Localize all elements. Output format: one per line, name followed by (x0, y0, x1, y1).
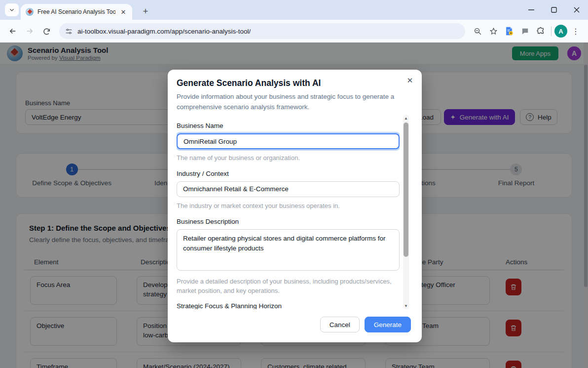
scroll-down-icon[interactable]: ▼ (403, 302, 409, 309)
industry-label: Industry / Context (177, 170, 400, 177)
forward-button[interactable] (22, 23, 37, 39)
reload-button[interactable] (38, 23, 54, 39)
tab-strip: Free AI Scenario Analysis Tool - ✕ + (0, 0, 588, 20)
site-info-icon[interactable] (65, 28, 73, 35)
bookmark-star-icon[interactable] (486, 24, 501, 39)
browser-menu-kebab-icon[interactable]: ⋮ (568, 24, 583, 39)
back-button[interactable] (5, 23, 21, 39)
modal-scrollbar-thumb[interactable] (404, 123, 408, 257)
web-page: Scenario Analysis Tool Powered by Visual… (0, 42, 588, 368)
strategic-focus-label: Strategic Focus & Planning Horizon (177, 302, 400, 309)
site-favicon-icon (26, 8, 34, 16)
generate-button[interactable]: Generate (365, 317, 411, 332)
business-name-label: Business Name (177, 122, 400, 129)
tab-title: Free AI Scenario Analysis Tool - (37, 8, 115, 15)
extension-doc-download-icon[interactable] (502, 24, 516, 39)
modal-footer: Cancel Generate (320, 317, 411, 332)
new-tab-button[interactable]: + (139, 5, 152, 18)
url-bar[interactable]: ai-toolbox.visual-paradigm.com/app/scena… (59, 23, 465, 39)
modal-scrollbar[interactable]: ▲ ▼ (403, 115, 409, 309)
modal-title: Generate Scenario Analysis with AI (177, 78, 321, 88)
modal-description: Provide information about your business … (177, 92, 399, 113)
modal-form: Business Name The name of your business … (177, 115, 400, 309)
industry-input[interactable] (177, 181, 400, 197)
business-description-textarea[interactable]: Retailer operating physical stores and d… (177, 229, 400, 271)
tab-close-icon[interactable]: ✕ (119, 8, 127, 16)
business-description-helper: Provide a detailed description of your b… (177, 277, 400, 296)
chevron-down-icon (9, 7, 15, 13)
generate-ai-modal: ✕ Generate Scenario Analysis with AI Pro… (168, 70, 422, 342)
cancel-button[interactable]: Cancel (320, 317, 360, 332)
maximize-button[interactable] (543, 0, 565, 20)
browser-window: Free AI Scenario Analysis Tool - ✕ + ai-… (0, 0, 588, 368)
comment-bubble-icon[interactable] (517, 24, 532, 39)
browser-toolbar: ai-toolbox.visual-paradigm.com/app/scena… (0, 20, 588, 42)
minimize-button[interactable] (520, 0, 543, 20)
modal-close-icon[interactable]: ✕ (405, 76, 415, 85)
browser-profile-avatar[interactable]: A (554, 25, 567, 38)
toolbar-divider (551, 26, 551, 36)
tab-search-button[interactable] (5, 3, 19, 16)
business-name-helper: The name of your business or organizatio… (177, 154, 400, 163)
zoom-indicator-icon[interactable] (470, 24, 485, 39)
industry-helper: The industry or market context your busi… (177, 202, 400, 211)
business-name-input[interactable] (177, 133, 400, 149)
business-description-label: Business Description (177, 218, 400, 225)
scroll-up-icon[interactable]: ▲ (403, 115, 409, 122)
extensions-puzzle-icon[interactable] (533, 24, 548, 39)
url-text: ai-toolbox.visual-paradigm.com/app/scena… (77, 28, 251, 35)
browser-tab[interactable]: Free AI Scenario Analysis Tool - ✕ (21, 4, 132, 20)
window-close-button[interactable] (565, 0, 588, 20)
window-controls (520, 0, 588, 20)
